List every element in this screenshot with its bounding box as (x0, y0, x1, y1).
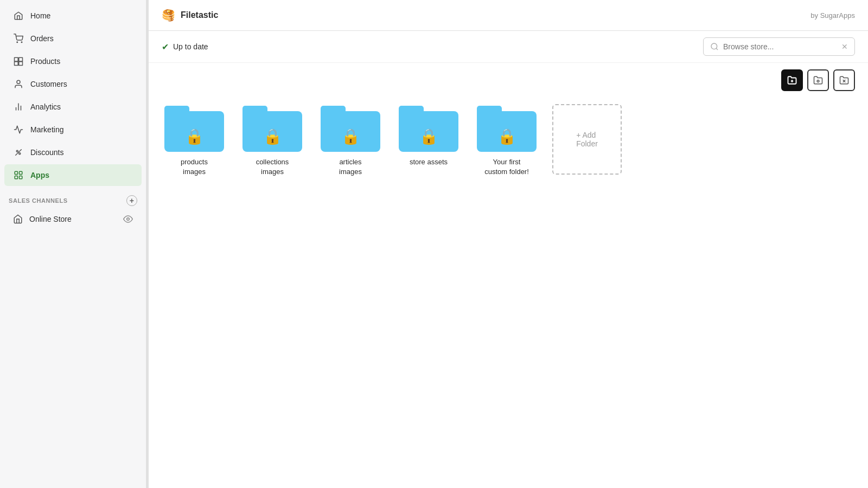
status-text: Up to date (173, 42, 208, 51)
sidebar-item-label: Customers (30, 80, 67, 88)
folder-label: collectionsimages (256, 157, 289, 177)
folder-custom[interactable]: 🔒 Your firstcustom folder! (474, 104, 539, 177)
online-store-eye-icon (123, 214, 133, 224)
sidebar-item-home[interactable]: Home (4, 5, 142, 27)
sidebar-item-label: Marketing (30, 125, 63, 134)
marketing-icon (13, 124, 24, 135)
sidebar-item-products[interactable]: Products (4, 50, 142, 72)
folder-products-images[interactable]: 🔒 productsimages (162, 104, 227, 177)
toolbar (149, 63, 868, 95)
svg-point-1 (21, 42, 22, 43)
sales-channels-section: SALES CHANNELS + (0, 187, 146, 208)
status-row: ✔ Up to date (162, 42, 208, 52)
orders-icon (13, 33, 24, 44)
folder-label: Your firstcustom folder! (484, 157, 529, 177)
folder-articles-images[interactable]: 🔒 articlesimages (318, 104, 383, 177)
sidebar-item-label: Orders (30, 34, 54, 43)
svg-point-22 (817, 80, 819, 82)
online-store-label: Online Store (29, 215, 72, 223)
svg-point-17 (127, 218, 130, 221)
search-input[interactable] (723, 42, 837, 51)
svg-point-18 (711, 43, 717, 49)
search-bar: ✕ (703, 37, 855, 56)
delete-folder-button[interactable] (833, 69, 855, 91)
svg-point-10 (16, 150, 18, 152)
folder-settings-button[interactable] (807, 69, 829, 91)
add-sales-channel-button[interactable]: + (126, 195, 137, 206)
folders-area: 🔒 productsimages 🔒 collectionsimages (149, 95, 868, 488)
sidebar-item-apps[interactable]: Apps (4, 164, 142, 186)
app-header-left: 🥞 Filetastic (162, 9, 218, 22)
folder-collections-images[interactable]: 🔒 collectionsimages (240, 104, 305, 177)
folders-grid: 🔒 productsimages 🔒 collectionsimages (162, 104, 855, 177)
folder-label: articlesimages (339, 157, 362, 177)
sidebar-item-orders[interactable]: Orders (4, 28, 142, 49)
folder-icon: 🔒 (321, 104, 380, 153)
sidebar-item-label: Products (30, 57, 60, 66)
sales-channels-label: SALES CHANNELS (9, 197, 68, 204)
sidebar-item-online-store[interactable]: Online Store (4, 209, 142, 229)
app-title: Filetastic (181, 10, 218, 20)
folder-label: productsimages (181, 157, 208, 177)
home-icon (13, 10, 24, 21)
customers-icon (13, 79, 24, 89)
svg-rect-14 (20, 171, 22, 174)
folder-label: store assets (410, 157, 448, 167)
sidebar-item-marketing[interactable]: Marketing (4, 119, 142, 140)
svg-point-6 (17, 80, 20, 84)
sidebar-item-label: Analytics (30, 102, 61, 111)
main-content: 🥞 Filetastic by SugarApps ✔ Up to date ✕ (149, 0, 868, 488)
svg-rect-2 (15, 57, 18, 61)
sidebar-item-label: Apps (30, 171, 49, 179)
new-folder-button[interactable] (781, 69, 803, 91)
folder-icon: 🔒 (242, 104, 302, 153)
svg-rect-13 (15, 171, 17, 174)
svg-rect-4 (15, 62, 18, 66)
online-store-left: Online Store (13, 214, 72, 224)
sidebar-item-analytics[interactable]: Analytics (4, 96, 142, 118)
svg-rect-3 (19, 57, 23, 61)
app-by: by SugarApps (810, 11, 855, 20)
folder-icon: 🔒 (477, 104, 537, 153)
products-icon (13, 56, 24, 67)
apps-icon (13, 170, 24, 181)
folder-store-assets[interactable]: 🔒 store assets (396, 104, 461, 167)
app-logo: 🥞 (162, 9, 175, 22)
app-header: 🥞 Filetastic by SugarApps (149, 0, 868, 31)
search-close-icon[interactable]: ✕ (841, 42, 848, 51)
svg-rect-5 (19, 62, 23, 66)
add-folder-label: + AddFolder (576, 131, 598, 148)
add-folder-box[interactable]: + AddFolder (552, 104, 622, 175)
folder-icon: 🔒 (164, 104, 224, 153)
svg-line-19 (716, 48, 718, 50)
svg-point-0 (17, 42, 18, 43)
svg-rect-16 (20, 176, 22, 179)
sidebar-item-customers[interactable]: Customers (4, 73, 142, 95)
online-store-icon (13, 214, 23, 224)
search-icon (710, 42, 719, 51)
discounts-icon (13, 147, 24, 158)
sidebar-item-label: Home (30, 11, 50, 20)
checkmark-icon: ✔ (162, 42, 169, 52)
sidebar-item-label: Discounts (30, 148, 63, 157)
svg-point-11 (19, 153, 21, 155)
folder-icon: 🔒 (399, 104, 458, 153)
sidebar-item-discounts[interactable]: Discounts (4, 142, 142, 163)
svg-rect-15 (15, 176, 17, 179)
sidebar: Home Orders Products Customers (0, 0, 146, 488)
status-search-row: ✔ Up to date ✕ (149, 31, 868, 63)
analytics-icon (13, 101, 24, 112)
